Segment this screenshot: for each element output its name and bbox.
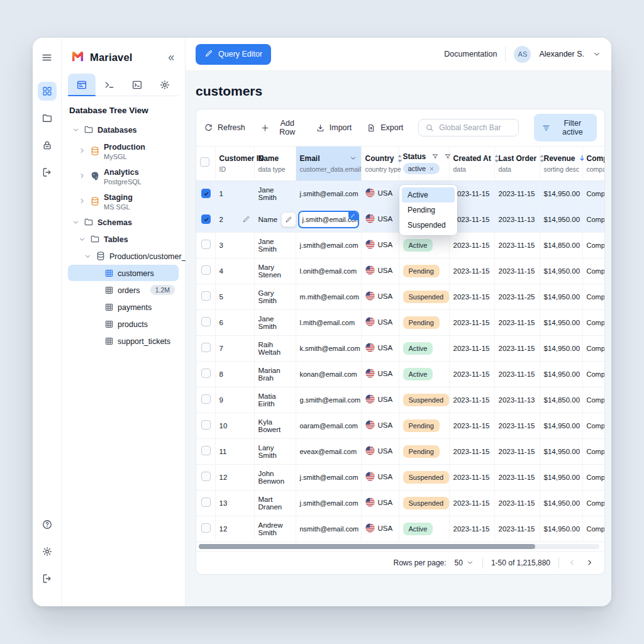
cell-name[interactable]: Jane Smith bbox=[254, 232, 296, 258]
cell-customer-id[interactable]: 11 bbox=[215, 438, 254, 464]
chevron-down-icon[interactable] bbox=[592, 50, 601, 58]
rows-per-page-select[interactable]: 50 bbox=[455, 558, 474, 567]
dropdown-option-suspended[interactable]: Suspended bbox=[402, 218, 455, 233]
cell-country[interactable]: USA bbox=[361, 464, 399, 490]
chevron-right-icon[interactable] bbox=[78, 172, 86, 180]
tree-item-production[interactable]: ProductionMySGL bbox=[68, 138, 179, 163]
rail-help-icon[interactable] bbox=[38, 515, 57, 534]
previous-page-button[interactable] bbox=[567, 558, 577, 567]
cell-status[interactable]: Suspended bbox=[399, 490, 449, 516]
cell-status[interactable]: Active bbox=[399, 361, 449, 387]
pencil-icon[interactable] bbox=[242, 215, 250, 223]
chevron-right-icon[interactable] bbox=[78, 197, 86, 205]
cell-customer-id[interactable]: 13 bbox=[215, 490, 254, 516]
checkbox-unchecked[interactable] bbox=[200, 157, 209, 167]
cell-created-at[interactable]: 2023-11-15 bbox=[449, 258, 494, 284]
funnel-icon[interactable] bbox=[431, 153, 439, 160]
column-header-status[interactable]: Statusactive bbox=[399, 147, 449, 180]
checkbox-unchecked[interactable] bbox=[201, 369, 211, 378]
checkbox-unchecked[interactable] bbox=[201, 240, 211, 249]
cell-last-order[interactable]: 2023-11-15 bbox=[494, 309, 540, 335]
rail-lock-icon[interactable] bbox=[38, 136, 57, 155]
add-row-button[interactable]: Add Row bbox=[260, 119, 301, 136]
cell-customer-id[interactable]: 6 bbox=[215, 309, 254, 335]
cell-created-at[interactable]: 2023-11-15 bbox=[449, 438, 494, 464]
query-editor-button[interactable]: Query Editor bbox=[196, 44, 271, 65]
cell-customer-id[interactable]: 2 bbox=[215, 206, 254, 232]
cell-status[interactable]: Pending bbox=[399, 438, 449, 464]
cell-status[interactable]: Active bbox=[399, 335, 449, 361]
filter-active-button[interactable]: Filter active bbox=[534, 114, 597, 142]
cell-company[interactable]: Company bbox=[582, 284, 604, 309]
cell-email[interactable]: nsmith@email.com bbox=[296, 516, 361, 541]
cell-last-order[interactable]: 2023-11-15 bbox=[494, 258, 540, 284]
sidebar-tab-gear-icon[interactable] bbox=[151, 74, 179, 96]
cell-revenue[interactable]: $14,950.00 bbox=[540, 413, 582, 438]
cell-revenue[interactable]: $14,950.00 bbox=[540, 258, 582, 284]
sort-icon[interactable] bbox=[397, 154, 402, 163]
cell-email[interactable]: j.smith@email.com bbox=[296, 180, 361, 206]
chevron-down-icon[interactable] bbox=[349, 154, 357, 162]
sort-desc-icon[interactable] bbox=[578, 154, 586, 162]
cell-email[interactable]: konan@email.com bbox=[296, 361, 361, 387]
tree-item-analytics[interactable]: AnalyticsPostgreSQL bbox=[68, 164, 179, 188]
cell-company[interactable]: Company bbox=[582, 309, 604, 335]
chevron-down-icon[interactable] bbox=[78, 235, 86, 243]
tree-item-products[interactable]: products bbox=[68, 316, 179, 332]
cell-revenue[interactable]: $14,950.00 bbox=[540, 438, 582, 464]
rail-logout-icon[interactable] bbox=[38, 163, 57, 182]
rail-gear-icon[interactable] bbox=[38, 542, 57, 561]
status-badge[interactable]: Active bbox=[403, 368, 433, 380]
cell-country[interactable]: USA bbox=[361, 413, 399, 438]
cell-country[interactable]: USA bbox=[361, 232, 399, 258]
column-header-last-order[interactable]: Last Orderdata bbox=[494, 147, 540, 180]
cell-revenue[interactable]: $14,950.00 bbox=[540, 206, 582, 232]
status-badge[interactable]: Pending bbox=[403, 419, 440, 432]
cell-revenue[interactable]: $14,950.00 bbox=[540, 464, 582, 490]
status-badge[interactable]: Suspended bbox=[403, 497, 450, 509]
cell-company[interactable]: Company bbox=[582, 516, 604, 541]
tree-item-orders[interactable]: orders1.2M bbox=[68, 282, 179, 298]
cell-company[interactable]: Company bbox=[582, 438, 604, 464]
cell-created-at[interactable]: 2023-11-15 bbox=[449, 232, 494, 258]
sidebar-collapse-icon[interactable] bbox=[166, 53, 176, 63]
rail-logout-icon[interactable] bbox=[38, 569, 57, 588]
cell-last-order[interactable]: 2023-11-15 bbox=[494, 361, 540, 387]
email-edit-input[interactable]: j.smith@email.com bbox=[298, 211, 359, 228]
cell-name[interactable]: Mart Dranen bbox=[254, 490, 296, 516]
cell-last-order[interactable]: 2023-11-13 bbox=[494, 387, 540, 413]
cell-company[interactable]: Company bbox=[582, 464, 604, 490]
cell-created-at[interactable]: 2023-11-15 bbox=[449, 335, 494, 361]
cell-company[interactable]: Company bbox=[582, 387, 604, 413]
chevron-down-icon[interactable] bbox=[72, 218, 80, 226]
chevron-down-icon[interactable] bbox=[84, 252, 92, 260]
column-header-country[interactable]: Countrycountry type bbox=[361, 147, 399, 180]
checkbox-checked[interactable] bbox=[201, 189, 211, 198]
cell-status[interactable]: Pending bbox=[399, 309, 449, 335]
cell-customer-id[interactable]: 12 bbox=[215, 464, 254, 490]
cell-country[interactable]: USA bbox=[361, 180, 399, 206]
cell-status[interactable]: Suspended bbox=[399, 284, 449, 309]
cell-customer-id[interactable]: 12 bbox=[215, 516, 254, 541]
cell-created-at[interactable]: 2023-11-15 bbox=[449, 361, 494, 387]
checkbox-checked[interactable] bbox=[201, 214, 211, 224]
cell-customer-id[interactable]: 9 bbox=[215, 387, 254, 413]
checkbox-unchecked[interactable] bbox=[201, 394, 211, 404]
cell-last-order[interactable]: 2023-11-15 bbox=[494, 413, 540, 438]
column-header-customer-id[interactable]: Customer IDID bbox=[215, 147, 254, 180]
funnel-icon[interactable] bbox=[444, 153, 452, 160]
cell-created-at[interactable]: 2023-11-15 bbox=[449, 309, 494, 335]
documentation-link[interactable]: Documentation bbox=[444, 50, 497, 58]
cell-name[interactable]: Andrew Smith bbox=[254, 516, 296, 541]
cell-email[interactable]: eveax@email.com bbox=[296, 438, 361, 464]
cell-last-order[interactable]: 2023-11-15 bbox=[494, 232, 540, 258]
edit-name-button[interactable] bbox=[281, 212, 296, 227]
export-button[interactable]: Export bbox=[367, 123, 403, 133]
cell-created-at[interactable]: 2023-11-15 bbox=[449, 516, 494, 541]
cell-revenue[interactable]: $14,950.00 bbox=[540, 361, 582, 387]
refresh-button[interactable]: Refresh bbox=[204, 123, 245, 133]
cell-status[interactable]: Suspended bbox=[399, 464, 449, 490]
cell-country[interactable]: USA bbox=[361, 258, 399, 284]
checkbox-unchecked[interactable] bbox=[201, 420, 211, 430]
select-all-checkbox[interactable] bbox=[196, 147, 215, 180]
